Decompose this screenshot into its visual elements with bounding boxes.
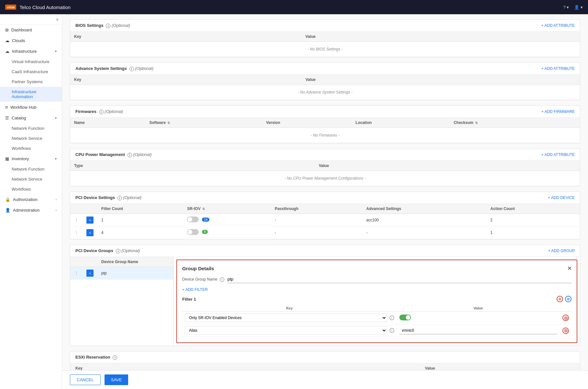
bios-empty-row: - No BIOS Settings - xyxy=(70,42,580,57)
sidebar-section-label: Administration xyxy=(13,208,39,213)
advance-col-value: Value xyxy=(302,75,580,85)
device-group-name-input[interactable] xyxy=(227,275,571,283)
fw-col-name: Name xyxy=(70,118,145,128)
groups-col-actions xyxy=(70,257,83,267)
bios-settings-section: BIOS Settings i (Optional) + ADD ATTRIBU… xyxy=(70,19,580,57)
sidebar-item-virtual-infrastructure[interactable]: Virtual Infrastructure xyxy=(0,57,62,67)
passthrough-cell: - xyxy=(271,227,362,239)
pci-device-groups-title: PCI Device Groups i (Optional) xyxy=(75,248,140,253)
user-icon[interactable]: 👤 ▾ xyxy=(574,5,583,10)
pci-device-settings-section: PCI Device Settings i (Optional) + ADD D… xyxy=(70,192,580,239)
sidebar-item-workflow-hub[interactable]: ⧈ Workflow Hub xyxy=(0,102,62,113)
sort-icon[interactable]: ⇅ xyxy=(475,121,478,125)
add-firmware-btn[interactable]: + ADD FIRMWARE xyxy=(541,109,575,114)
sidebar-section-label: Authorization xyxy=(13,197,38,202)
admin-icon: 👤 xyxy=(5,208,10,213)
sidebar-item-partner-systems[interactable]: Partner Systems xyxy=(0,77,62,87)
filter-key-select[interactable]: Alias xyxy=(185,326,387,335)
sidebar-item-inventory-ns[interactable]: Network Service xyxy=(0,174,62,184)
delete-filter-row-btn[interactable]: ⊗ xyxy=(562,328,569,334)
filter-count-cell: 1 xyxy=(97,214,183,227)
firmwares-empty-row: - No Firmwares - xyxy=(70,128,580,143)
firmwares-section: Firmwares i (Optional) + ADD FIRMWARE Na… xyxy=(70,106,580,143)
esxi-reservation-title: ESXi Reservation i xyxy=(75,355,117,360)
fw-col-checksum: Checksum ⇅ xyxy=(450,118,580,128)
sidebar-section-inventory[interactable]: ▦ Inventory ▾ xyxy=(0,153,62,164)
add-cpu-attribute-btn[interactable]: + ADD ATTRIBUTE xyxy=(541,152,575,157)
filter-key-select[interactable]: Only SR-IOV Enabled Devices xyxy=(185,314,387,322)
inventory-icon: ▦ xyxy=(5,156,9,161)
advance-system-settings-title: Advance System Settings i (Optional) xyxy=(75,66,153,71)
auth-icon: 🔒 xyxy=(5,197,10,202)
sidebar-item-catalog-nf[interactable]: Network Function xyxy=(0,123,62,133)
bios-settings-header: BIOS Settings i (Optional) + ADD ATTRIBU… xyxy=(70,20,580,32)
advanced-settings-cell: acc100 xyxy=(362,214,487,227)
groups-container: Device Group Name ⋮ « pt xyxy=(70,257,580,346)
pci-device-settings-header: PCI Device Settings i (Optional) + ADD D… xyxy=(70,192,580,204)
action-count-cell: 2 xyxy=(486,214,580,227)
sidebar-section-administration[interactable]: 👤 Administration › xyxy=(0,205,62,216)
chevron-down-icon: ▾ xyxy=(55,157,57,161)
info-icon: i xyxy=(390,328,394,333)
help-icon[interactable]: ? ▾ xyxy=(563,5,569,10)
sidebar-section-label: Infrastructure xyxy=(12,49,37,54)
sidebar-item-clouds[interactable]: ☁ Clouds xyxy=(0,35,62,46)
content-area: BIOS Settings i (Optional) + ADD ATTRIBU… xyxy=(62,14,588,370)
sidebar-item-catalog-workflows[interactable]: Workflows xyxy=(0,143,62,153)
row-kebab-icon[interactable]: ⋮ xyxy=(74,230,79,235)
chevron-down-icon: ▾ xyxy=(55,116,57,120)
pci-col-filter-count: Filter Count xyxy=(97,204,183,214)
info-icon: i xyxy=(113,355,117,360)
remove-filter-btn[interactable]: ⊗ xyxy=(557,296,563,302)
row-kebab-icon[interactable]: ⋮ xyxy=(74,271,79,276)
sidebar-item-inventory-workflows[interactable]: Workflows xyxy=(0,184,62,194)
cpu-power-empty-row: - No CPU Power Management Configurations… xyxy=(70,171,580,186)
filter-toggle[interactable] xyxy=(399,315,411,320)
info-icon: i xyxy=(390,316,394,320)
delete-filter-row-btn[interactable]: ⊗ xyxy=(562,315,569,321)
sidebar-section-catalog[interactable]: ☰ Catalog ▾ xyxy=(0,113,62,123)
filter-value-input[interactable] xyxy=(399,327,558,334)
sidebar-item-catalog-ns[interactable]: Network Service xyxy=(0,133,62,143)
collapse-icon[interactable]: « xyxy=(56,17,59,22)
save-button[interactable]: SAVE xyxy=(105,374,128,385)
add-pci-device-btn[interactable]: + ADD DEVICE xyxy=(548,195,575,200)
bios-col-key: Key xyxy=(70,32,302,42)
expand-row-btn[interactable]: » xyxy=(86,217,94,224)
add-advance-attribute-btn[interactable]: + ADD ATTRIBUTE xyxy=(541,66,575,71)
chevron-down-icon: ▾ xyxy=(55,50,57,53)
sidebar-item-infrastructure-automation[interactable]: Infrastructure Automation xyxy=(0,87,62,102)
footer: CANCEL SAVE xyxy=(62,370,588,389)
cancel-button[interactable]: CANCEL xyxy=(70,374,101,385)
advance-system-settings-header: Advance System Settings i (Optional) + A… xyxy=(70,63,580,75)
add-group-btn[interactable]: + ADD GROUP xyxy=(548,249,575,253)
expand-group-btn[interactable]: « xyxy=(86,270,94,277)
sort-icon[interactable]: ⇅ xyxy=(167,121,170,125)
sidebar-collapse-btn[interactable]: « xyxy=(0,14,62,25)
sidebar-item-label: Clouds xyxy=(12,38,25,43)
sriov-toggle[interactable] xyxy=(187,217,199,222)
fw-col-software: Software ⇅ xyxy=(145,118,262,128)
table-row: ⋮ « ptp xyxy=(70,267,173,280)
filter-col-key: Key xyxy=(182,305,397,312)
sidebar-item-inventory-nf[interactable]: Network Function xyxy=(0,164,62,174)
cpu-col-type: Type xyxy=(70,161,315,171)
filter-row: Only SR-IOV Enabled Devices i xyxy=(182,312,571,325)
sort-icon[interactable]: ⇅ xyxy=(202,207,205,211)
sidebar-item-caas-infrastructure[interactable]: CaaS Infrastructure xyxy=(0,67,62,77)
add-filter-row-btn[interactable]: ⊕ xyxy=(565,296,571,302)
add-bios-attribute-btn[interactable]: + ADD ATTRIBUTE xyxy=(541,23,575,28)
sidebar-section-authorization[interactable]: 🔒 Authorization › xyxy=(0,194,62,205)
nav-actions: ? ▾ 👤 ▾ xyxy=(563,5,583,10)
sidebar-section-label: Inventory xyxy=(12,156,29,161)
row-kebab-icon[interactable]: ⋮ xyxy=(74,217,79,223)
advance-system-settings-section: Advance System Settings i (Optional) + A… xyxy=(70,62,580,100)
close-group-details-btn[interactable]: ✕ xyxy=(567,265,571,272)
sidebar-section-infrastructure[interactable]: ☁ Infrastructure ▾ xyxy=(0,46,62,57)
pci-col-actions xyxy=(70,204,83,214)
add-filter-btn[interactable]: + ADD FILTER xyxy=(182,287,208,292)
sriov-toggle[interactable] xyxy=(187,229,199,235)
cpu-power-title: CPU Power Management i (Optional) xyxy=(75,152,151,157)
expand-row-btn[interactable]: » xyxy=(86,229,94,236)
sidebar-item-dashboard[interactable]: ⊞ Dashboard xyxy=(0,25,62,35)
